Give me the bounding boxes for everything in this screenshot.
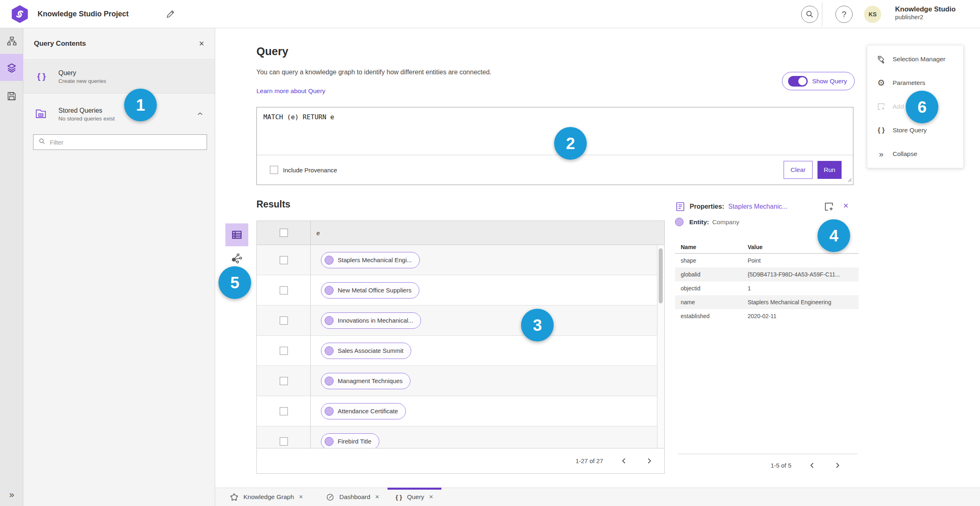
entity-pill[interactable]: Managment Techniques — [321, 373, 410, 389]
clear-button[interactable]: Clear — [784, 161, 813, 179]
callout-badge-3: 3 — [521, 309, 554, 341]
scrollbar-thumb[interactable] — [659, 248, 663, 303]
help-icon: ? — [842, 10, 846, 19]
table-row[interactable]: Attendance Certificate — [257, 396, 664, 426]
table-row[interactable]: Innovations in Mechanical... — [257, 305, 664, 336]
next-page-button[interactable] — [645, 457, 653, 465]
save-icon — [7, 91, 17, 101]
save-button[interactable] — [0, 85, 23, 107]
row-checkbox[interactable] — [280, 377, 288, 385]
row-checkbox[interactable] — [280, 437, 288, 446]
properties-entity-link[interactable]: Staplers Mechanic... — [728, 203, 787, 210]
callout-badge-6: 6 — [906, 91, 938, 123]
results-table: e Staplers Mechanical Engi... New Metal … — [256, 221, 665, 474]
editor-footer: Include Provenance Clear Run — [257, 155, 853, 185]
search-button[interactable] — [801, 6, 818, 23]
filter-field — [33, 134, 207, 150]
include-provenance-checkbox[interactable] — [270, 166, 278, 174]
collapse-item[interactable]: » Collapse — [867, 142, 963, 166]
row-checkbox[interactable] — [280, 256, 288, 264]
show-query-label: Show Query — [812, 78, 847, 85]
user-info: Knowledge Studio publisher2 — [895, 5, 956, 21]
learn-more-link[interactable]: Learn more about Query — [256, 87, 325, 95]
table-row[interactable]: Firebird Title — [257, 426, 664, 448]
avatar[interactable]: KS — [864, 6, 881, 23]
table-icon — [231, 229, 243, 241]
table-row[interactable]: New Metal Office Suppliers — [257, 275, 664, 305]
row-checkbox[interactable] — [280, 347, 288, 355]
include-provenance-label: Include Provenance — [283, 167, 784, 174]
close-icon[interactable]: × — [299, 493, 303, 501]
link-chart-view-button[interactable] — [231, 252, 244, 265]
sidebar-item-query[interactable]: { } Query Create new queries — [23, 60, 215, 94]
prev-page-button[interactable] — [620, 457, 628, 465]
stored-queries-subtitle: No stored queries exist — [58, 116, 115, 122]
close-icon[interactable]: × — [199, 38, 204, 49]
select-all-checkbox[interactable] — [280, 229, 288, 237]
stored-queries-section[interactable]: Stored Queries No stored queries exist — [23, 98, 215, 130]
properties-label: Properties: — [690, 203, 724, 210]
tab-query[interactable]: { } Query × — [388, 488, 441, 506]
entity-pill[interactable]: Sales Associate Summit — [321, 343, 411, 359]
knowledge-studio-app: Knowledge Studio Project ? KS Knowledge … — [0, 0, 980, 506]
entity-pill[interactable]: Firebird Title — [321, 433, 379, 448]
filter-search-icon — [38, 138, 46, 147]
row-checkbox[interactable] — [280, 407, 288, 415]
tab-dashboard[interactable]: Dashboard × — [318, 488, 388, 506]
row-checkbox[interactable] — [280, 317, 288, 325]
close-icon[interactable]: × — [843, 201, 849, 211]
add-to-selection-icon[interactable] — [824, 201, 834, 212]
table-row[interactable]: Managment Techniques — [257, 366, 664, 396]
chevron-right-icon — [833, 461, 841, 469]
results-pagination-text: 1-27 of 27 — [575, 457, 603, 464]
hierarchy-view-button[interactable] — [0, 31, 23, 52]
property-row: established 2020-02-11 — [675, 309, 859, 323]
entity-label: Entity: — [689, 218, 709, 226]
results-scrollbar[interactable] — [657, 245, 664, 448]
layers-view-button[interactable] — [0, 54, 23, 81]
entity-dot-icon — [325, 346, 334, 355]
app-logo-icon[interactable] — [11, 5, 29, 23]
entity-type: Company — [712, 218, 739, 226]
link-chart-icon — [231, 252, 243, 264]
close-icon[interactable]: × — [429, 493, 433, 501]
col-name: Name — [675, 244, 748, 250]
properties-doc-icon — [675, 201, 686, 212]
parameters-item[interactable]: ⚙ Parameters — [867, 71, 963, 95]
entity-pill[interactable]: Innovations in Mechanical... — [321, 312, 421, 329]
tab-knowledge-graph[interactable]: Knowledge Graph × — [222, 488, 311, 506]
table-row[interactable]: Staplers Mechanical Engi... — [257, 245, 664, 275]
filter-input[interactable] — [50, 139, 202, 146]
prev-page-button[interactable] — [808, 461, 816, 469]
panel-header: Query Contents × — [23, 28, 215, 60]
chevron-left-icon — [808, 461, 816, 469]
close-icon[interactable]: × — [375, 493, 379, 501]
table-view-button[interactable] — [225, 223, 248, 246]
entity-dot-icon — [675, 218, 684, 226]
help-button[interactable]: ? — [835, 6, 853, 23]
main-content: Query You can query a knowledge graph to… — [215, 28, 980, 488]
page-title: Query — [256, 45, 288, 58]
stored-queries-icon — [35, 107, 58, 121]
gear-icon: ⚙ — [876, 78, 886, 88]
next-page-button[interactable] — [833, 461, 841, 469]
results-table-header: e — [257, 221, 664, 245]
entity-pill[interactable]: Staplers Mechanical Engi... — [321, 252, 420, 268]
run-button[interactable]: Run — [817, 161, 842, 179]
edit-title-icon[interactable] — [165, 9, 175, 19]
row-checkbox[interactable] — [280, 286, 288, 294]
results-rows: Staplers Mechanical Engi... New Metal Of… — [257, 245, 664, 448]
selection-manager-item[interactable]: Selection Manager — [867, 47, 963, 71]
entity-pill[interactable]: New Metal Office Suppliers — [321, 282, 419, 299]
panel-title: Query Contents — [34, 40, 199, 48]
search-icon — [805, 10, 814, 19]
chevron-up-icon[interactable] — [196, 110, 204, 120]
resize-handle-icon[interactable] — [847, 176, 852, 184]
expand-rail-button[interactable]: » — [0, 490, 23, 500]
entity-pill[interactable]: Attendance Certificate — [321, 403, 406, 419]
left-rail: » — [0, 28, 23, 506]
toggle-switch[interactable] — [788, 76, 808, 87]
table-row[interactable]: Sales Associate Summit — [257, 336, 664, 366]
show-query-toggle[interactable]: Show Query — [782, 72, 855, 90]
selection-manager-icon — [876, 55, 886, 64]
